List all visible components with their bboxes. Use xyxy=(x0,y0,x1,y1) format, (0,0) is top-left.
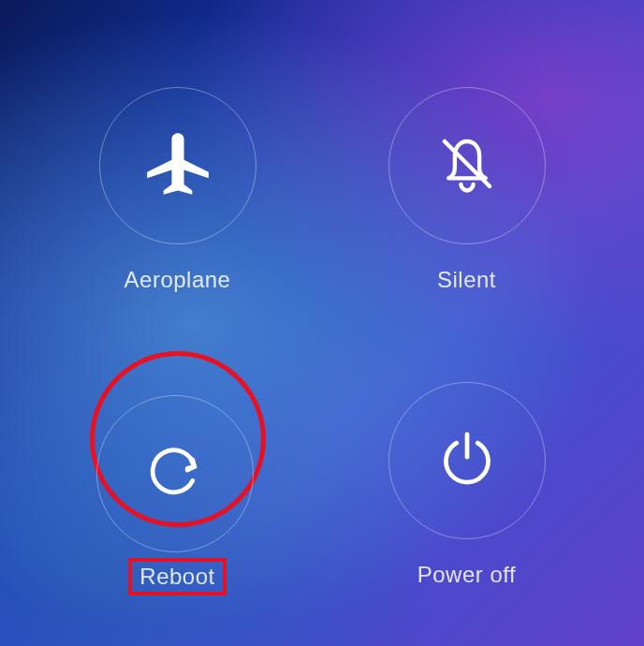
annotation-box: Reboot xyxy=(128,558,226,595)
aeroplane-button[interactable] xyxy=(99,87,256,244)
silent-mode-option: Silent xyxy=(327,66,607,314)
aeroplane-mode-option: Aeroplane xyxy=(37,66,317,314)
power-off-option: Power off xyxy=(327,360,607,609)
power-off-button[interactable] xyxy=(388,382,546,539)
silent-button[interactable] xyxy=(388,87,546,244)
aeroplane-label: Aeroplane xyxy=(124,267,231,293)
power-menu-grid: Aeroplane Silent xyxy=(0,0,644,646)
bell-slash-icon xyxy=(434,131,500,200)
reboot-button[interactable] xyxy=(96,395,254,552)
reboot-label: Reboot xyxy=(139,564,214,589)
airplane-icon xyxy=(145,131,211,200)
power-off-label: Power off xyxy=(417,562,516,588)
silent-label: Silent xyxy=(437,267,496,293)
power-icon xyxy=(439,431,495,491)
reboot-option: Reboot xyxy=(37,360,317,609)
restart-icon xyxy=(147,444,203,504)
